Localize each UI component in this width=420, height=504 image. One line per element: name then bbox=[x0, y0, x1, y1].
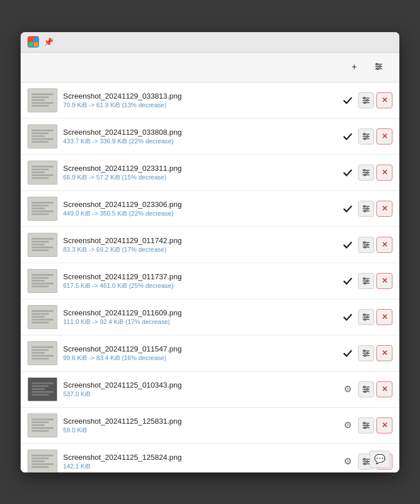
item-name: Screenshot_20241129_011547.png bbox=[63, 345, 334, 353]
svg-point-67 bbox=[364, 422, 365, 424]
x-icon: ✕ bbox=[382, 132, 388, 140]
item-info: Screenshot_20241125_010343.png537.0 KiB bbox=[63, 381, 334, 397]
svg-point-62 bbox=[367, 388, 368, 390]
svg-point-45 bbox=[364, 282, 366, 284]
list-item: Screenshot_20241129_011737.png617.5 KiB … bbox=[21, 263, 399, 299]
item-actions: ✕ bbox=[340, 201, 392, 217]
svg-point-13 bbox=[364, 97, 365, 99]
feedback-icon: 💬 bbox=[374, 454, 386, 464]
list-item: Screenshot_20241129_011547.png99.6 KiB -… bbox=[21, 335, 399, 372]
settings-button[interactable] bbox=[371, 60, 390, 75]
thumbnail bbox=[28, 233, 57, 257]
select-images-button[interactable]: + bbox=[348, 60, 364, 75]
remove-button[interactable]: ✕ bbox=[376, 273, 392, 289]
adjust-button[interactable] bbox=[358, 128, 374, 144]
svg-point-7 bbox=[376, 63, 378, 65]
item-size: 70.9 KiB -> 61.9 KiB (13% decrease) bbox=[63, 101, 334, 108]
list-item: Screenshot_20241129_033808.png433.7 KiB … bbox=[21, 119, 399, 155]
svg-point-75 bbox=[364, 463, 366, 464]
adjust-button[interactable] bbox=[358, 345, 374, 361]
item-actions: ⚙ ✕ bbox=[340, 417, 392, 433]
svg-point-27 bbox=[364, 174, 366, 175]
svg-point-33 bbox=[364, 210, 366, 212]
remove-button[interactable]: ✕ bbox=[376, 201, 392, 217]
svg-point-51 bbox=[364, 318, 366, 320]
remove-button[interactable]: ✕ bbox=[376, 92, 392, 108]
titlebar-left: 📌 bbox=[28, 36, 53, 48]
item-name: Screenshot_20241129_011609.png bbox=[63, 308, 334, 317]
svg-point-8 bbox=[379, 65, 381, 67]
remove-button[interactable]: ✕ bbox=[376, 128, 392, 144]
item-size: 617.5 KiB -> 461.0 KiB (25% decrease) bbox=[63, 282, 334, 289]
svg-point-43 bbox=[364, 278, 365, 279]
svg-point-61 bbox=[364, 386, 365, 388]
svg-point-26 bbox=[367, 171, 368, 173]
svg-point-32 bbox=[367, 208, 368, 209]
feedback-button[interactable]: 💬 bbox=[370, 451, 390, 468]
thumbnail bbox=[28, 341, 57, 365]
plus-icon: + bbox=[352, 62, 357, 72]
item-actions: ✕ bbox=[340, 345, 392, 361]
close-button[interactable] bbox=[379, 35, 392, 49]
svg-point-63 bbox=[364, 390, 366, 392]
maximize-button[interactable] bbox=[363, 35, 376, 49]
checkmark-icon bbox=[340, 309, 356, 325]
thumbnail bbox=[28, 413, 57, 437]
svg-point-19 bbox=[364, 133, 365, 135]
item-actions: ⚙ ✕ bbox=[340, 381, 392, 397]
item-name: Screenshot_20241129_033813.png bbox=[63, 92, 334, 100]
item-actions: ✕ bbox=[340, 237, 392, 253]
remove-button[interactable]: ✕ bbox=[376, 345, 392, 361]
remove-button[interactable]: ✕ bbox=[376, 381, 392, 397]
checkmark-icon bbox=[340, 201, 356, 217]
item-size: 59.0 KiB bbox=[63, 427, 334, 433]
svg-point-57 bbox=[364, 354, 366, 356]
item-name: Screenshot_20241129_011742.png bbox=[63, 236, 334, 245]
x-icon: ✕ bbox=[382, 168, 388, 177]
settings-icon bbox=[374, 62, 383, 73]
svg-point-74 bbox=[367, 460, 368, 462]
x-icon: ✕ bbox=[382, 204, 388, 213]
adjust-button[interactable] bbox=[358, 237, 374, 253]
adjust-button[interactable] bbox=[358, 309, 374, 325]
list-item: Screenshot_20241129_023306.png449.0 KiB … bbox=[21, 191, 399, 227]
adjust-button[interactable] bbox=[358, 201, 374, 217]
svg-point-14 bbox=[367, 99, 368, 101]
thumbnail bbox=[28, 305, 57, 329]
svg-point-38 bbox=[367, 244, 368, 245]
remove-button[interactable]: ✕ bbox=[376, 309, 392, 325]
adjust-button[interactable] bbox=[358, 273, 374, 289]
svg-point-20 bbox=[367, 135, 368, 137]
processing-icon: ⚙ bbox=[340, 454, 356, 470]
svg-point-68 bbox=[367, 424, 368, 426]
item-info: Screenshot_20241129_033808.png433.7 KiB … bbox=[63, 128, 334, 144]
svg-point-69 bbox=[364, 427, 366, 428]
checkmark-icon bbox=[340, 237, 356, 253]
list-item: Screenshot_20241125_010343.png537.0 KiB⚙… bbox=[21, 372, 399, 408]
remove-button[interactable]: ✕ bbox=[376, 417, 392, 433]
x-icon: ✕ bbox=[382, 276, 388, 285]
x-icon: ✕ bbox=[382, 349, 388, 357]
svg-rect-3 bbox=[34, 42, 38, 46]
adjust-button[interactable] bbox=[358, 92, 374, 108]
item-info: Screenshot_20241129_023311.png66.9 KiB -… bbox=[63, 164, 334, 181]
adjust-button[interactable] bbox=[358, 381, 374, 397]
thumbnail bbox=[28, 124, 57, 149]
list-item: Screenshot_20241129_033813.png70.9 KiB -… bbox=[21, 83, 399, 119]
svg-point-50 bbox=[367, 316, 368, 318]
x-icon: ✕ bbox=[382, 96, 388, 104]
item-actions: ✕ bbox=[340, 92, 392, 108]
adjust-button[interactable] bbox=[358, 165, 374, 181]
item-info: Screenshot_20241129_011547.png99.6 KiB -… bbox=[63, 345, 334, 361]
item-actions: ✕ bbox=[340, 128, 392, 144]
svg-rect-1 bbox=[34, 37, 38, 41]
remove-button[interactable]: ✕ bbox=[376, 237, 392, 253]
remove-button[interactable]: ✕ bbox=[376, 165, 392, 181]
minimize-button[interactable] bbox=[347, 35, 360, 49]
app-icon bbox=[28, 36, 39, 48]
adjust-button[interactable] bbox=[358, 417, 374, 433]
header-actions: + bbox=[348, 60, 390, 75]
pin-icon: 📌 bbox=[44, 37, 53, 46]
svg-point-73 bbox=[364, 458, 365, 460]
checkmark-icon bbox=[340, 92, 356, 108]
